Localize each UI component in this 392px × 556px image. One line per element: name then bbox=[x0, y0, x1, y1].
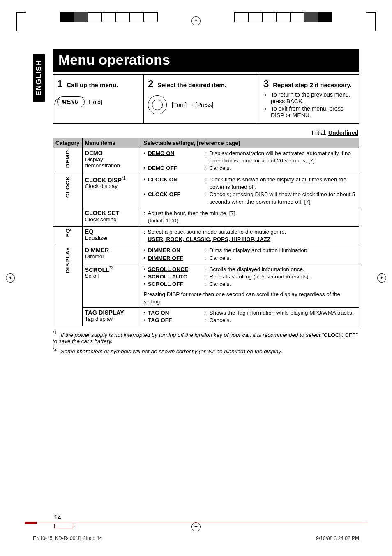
opt-desc: Cancels. bbox=[210, 164, 356, 172]
opt: SCROLL OFF bbox=[148, 281, 183, 287]
initial-value: (Initial: 1:00) bbox=[148, 217, 356, 225]
item-sub: Scroll bbox=[85, 273, 138, 279]
settings: • DEMO ON :Display demonstration will be… bbox=[141, 148, 359, 174]
menu-button-illustration: MENU [Hold] bbox=[57, 96, 102, 107]
step-2: 2 Select the desired item. [Turn] → [Pre… bbox=[143, 75, 259, 123]
item-title: EQ bbox=[85, 228, 138, 235]
step-label: Select the desired item. bbox=[157, 81, 226, 88]
opt: TAG OFF bbox=[148, 317, 172, 323]
cat-demo: DEMO bbox=[53, 148, 83, 174]
eq-modes: USER, ROCK, CLASSIC, POPS, HIP HOP, JAZZ bbox=[148, 236, 271, 242]
opt: TAG ON bbox=[148, 310, 169, 316]
crop-bar-left bbox=[60, 12, 158, 27]
menu-oval: MENU bbox=[57, 96, 85, 107]
th-items: Menu items bbox=[82, 138, 141, 148]
knob-icon bbox=[148, 95, 167, 114]
cat-label: DEMO bbox=[65, 150, 71, 168]
footnote-ref: *2 bbox=[109, 266, 113, 270]
initial-note: Initial: Underlined bbox=[53, 130, 358, 136]
opt-desc: Dims the display and button illumination… bbox=[210, 247, 356, 254]
opt: DEMO OFF bbox=[148, 165, 177, 171]
crop-bar-right bbox=[234, 12, 332, 27]
opt-desc: Cancels. bbox=[210, 317, 356, 324]
menu-item: SCROLL*2 Scroll bbox=[82, 264, 141, 307]
th-settings: Selectable settings, [reference page] bbox=[141, 138, 359, 148]
settings: • TAG ON :Shows the Tag information whil… bbox=[141, 307, 359, 326]
menu-item: DEMO Display demonstration bbox=[82, 148, 141, 174]
item-title: CLOCK DISP bbox=[85, 176, 122, 183]
page-title: Menu operations bbox=[53, 49, 359, 72]
item-title: CLOCK SET bbox=[85, 210, 138, 216]
cat-label: EQ bbox=[65, 228, 71, 237]
menu-item: DIMMER Dimmer bbox=[82, 245, 141, 264]
step-1: 1 Call up the menu. MENU [Hold] bbox=[53, 75, 143, 123]
registration-mark bbox=[6, 273, 15, 283]
registration-mark bbox=[377, 273, 386, 283]
opt-desc: Cancels. bbox=[210, 255, 356, 262]
hold-label: [Hold] bbox=[87, 99, 102, 105]
item-title: TAG DISPLAY bbox=[85, 309, 138, 316]
opt-desc: Display demonstration will be activated … bbox=[210, 150, 356, 164]
fn-text: CLOCK OFF bbox=[324, 332, 355, 338]
opt: CLOCK OFF bbox=[148, 191, 180, 197]
footer-left: EN10-15_KD-R400[J]_f.indd 14 bbox=[33, 535, 102, 541]
settings: • DIMMER ON :Dims the display and button… bbox=[141, 245, 359, 264]
th-category: Category bbox=[53, 138, 83, 148]
opt: SCROLL ONCE bbox=[148, 266, 188, 272]
settings: • CLOCK ON :Clock time is shown on the d… bbox=[141, 174, 359, 208]
steps-box: 1 Call up the menu. MENU [Hold] 2 Select… bbox=[53, 74, 359, 124]
settings: • SCROLL ONCE :Scrolls the displayed inf… bbox=[141, 264, 359, 307]
cat-clock: CLOCK bbox=[53, 174, 83, 226]
opt: DEMO ON bbox=[148, 150, 175, 156]
page-number: 14 bbox=[54, 514, 61, 521]
item-title: DEMO bbox=[85, 150, 138, 156]
opt: DIMMER OFF bbox=[148, 255, 183, 261]
item-sub: Equalizer bbox=[85, 235, 138, 241]
initial-val: Underlined bbox=[328, 130, 358, 136]
fn-text: Some characters or symbols will not be s… bbox=[61, 348, 282, 354]
opt: CLOCK ON bbox=[148, 176, 178, 183]
opt: SCROLL AUTO bbox=[148, 273, 188, 280]
item-title: DIMMER bbox=[85, 247, 138, 253]
registration-mark bbox=[191, 16, 201, 25]
menu-item: CLOCK DISP*1 Clock display bbox=[82, 174, 141, 208]
opt-desc: Scrolls the displayed information once. bbox=[210, 266, 356, 273]
footer: EN10-15_KD-R400[J]_f.indd 14 9/10/08 3:2… bbox=[33, 535, 359, 541]
crop-corner bbox=[16, 12, 26, 31]
cat-display: DISPLAY bbox=[53, 245, 83, 326]
cat-label: DISPLAY bbox=[65, 247, 71, 273]
language-tab: ENGLISH bbox=[33, 54, 45, 102]
step-3: 3 Repeat step 2 if necessary. To return … bbox=[259, 75, 359, 123]
opt-desc: Cancels; pressing DISP will show the clo… bbox=[210, 191, 356, 206]
step-3-bullet: To exit from the menu, press DISP or MEN… bbox=[271, 105, 355, 118]
settings: : Select a preset sound mode suitable to… bbox=[141, 226, 359, 245]
menu-table: Category Menu items Selectable settings,… bbox=[53, 138, 359, 326]
initial-pre: Initial: bbox=[311, 130, 328, 136]
fn-mark: *1 bbox=[53, 330, 57, 335]
settings: : Adjust the hour, then the minute, [7].… bbox=[141, 208, 359, 226]
step-number: 1 bbox=[57, 78, 62, 89]
item-sub: Dimmer bbox=[85, 253, 138, 259]
item-title: SCROLL bbox=[85, 266, 110, 273]
opt-desc: Select a preset sound mode suitable to t… bbox=[148, 228, 356, 236]
item-sub: Clock display bbox=[85, 183, 138, 189]
knob-action: [Turn] → [Press] bbox=[172, 102, 213, 108]
crop-corner bbox=[366, 12, 376, 31]
fn-text: If the power supply is not interrupted b… bbox=[61, 332, 324, 338]
step-number: 2 bbox=[148, 78, 153, 89]
cat-eq: EQ bbox=[53, 226, 83, 245]
menu-item: EQ Equalizer bbox=[82, 226, 141, 245]
fn-mark: *2 bbox=[53, 347, 57, 352]
item-sub: Clock setting bbox=[85, 216, 138, 222]
opt-desc: Cancels. bbox=[210, 280, 356, 288]
item-sub: Display demonstration bbox=[85, 156, 138, 169]
menu-item: CLOCK SET Clock setting bbox=[82, 208, 141, 226]
step-label: Call up the menu. bbox=[67, 81, 118, 88]
opt: DIMMER ON bbox=[148, 247, 180, 253]
step-3-bullet: To return to the previous menu, press BA… bbox=[271, 91, 355, 104]
opt-desc: Repeats scrolling (at 5-second intervals… bbox=[210, 273, 356, 280]
step-label: Repeat step 2 if necessary. bbox=[273, 81, 351, 88]
item-sub: Tag display bbox=[85, 316, 138, 322]
footnotes: *1 If the power supply is not interrupte… bbox=[53, 330, 359, 354]
page-rule bbox=[25, 521, 367, 524]
